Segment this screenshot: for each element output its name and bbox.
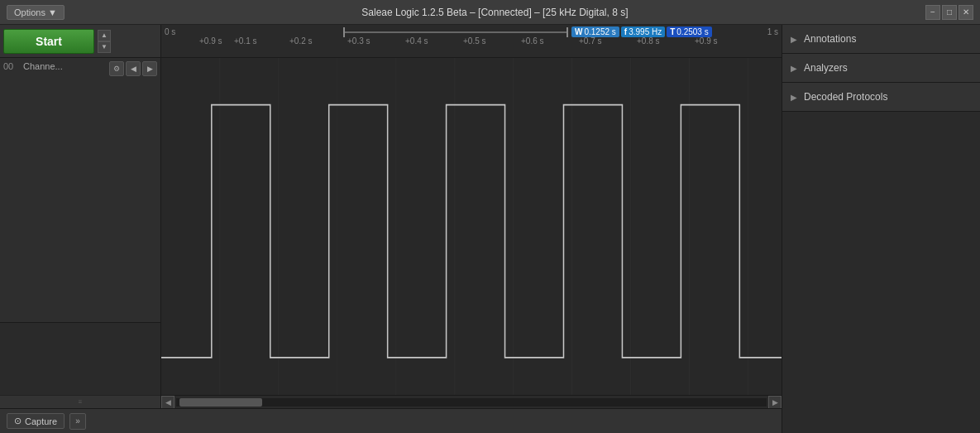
ruler-tick-4: +0.4 s	[405, 36, 428, 46]
capture-label: Capture	[25, 416, 57, 426]
channel-number: 00	[3, 61, 20, 71]
analyzers-arrow: ▶	[791, 64, 799, 73]
right-panel: ▶ Annotations ▶ Analyzers ▶ Decoded Prot…	[782, 25, 980, 433]
ruler-tick-7: +0.7 s	[579, 36, 602, 46]
measure-line	[345, 31, 568, 33]
ruler-tick-9: +0.9 s	[695, 36, 718, 46]
analyzers-title: Analyzers	[804, 62, 848, 74]
measurement-overlay: W 0.1252 s f 3.995 Hz T 0.2503 s	[343, 26, 712, 37]
start-button[interactable]: Start	[3, 29, 94, 54]
ruler-end: 1 s	[767, 27, 778, 36]
maximize-button[interactable]: □	[942, 5, 957, 20]
window-controls: − □ ✕	[925, 5, 973, 20]
scroll-thumb[interactable]	[179, 398, 262, 407]
bottom-bar: ⊙ Capture »	[0, 408, 782, 433]
period-icon: T	[670, 27, 675, 36]
next-icon[interactable]: ▶	[142, 61, 157, 76]
ruler-tick-5: +0.5 s	[463, 36, 486, 46]
title-bar: Options ▼ Saleae Logic 1.2.5 Beta – [Con…	[0, 0, 980, 25]
gear-icon[interactable]: ⚙	[109, 61, 124, 76]
scroll-down-button[interactable]: ▼	[98, 41, 111, 53]
capture-icon: ⊙	[14, 416, 22, 426]
left-panel: Start ▲ ▼ 00 Channe... ⚙ ◀ ▶	[0, 25, 782, 433]
options-label: Options	[14, 7, 45, 17]
timeline-area: Start ▲ ▼ 00 Channe... ⚙ ◀ ▶	[0, 25, 782, 408]
channel-header: Start ▲ ▼	[0, 25, 160, 58]
decoded-protocols-arrow: ▶	[791, 93, 799, 102]
ruler-tick-8: +0.8 s	[637, 36, 660, 46]
waveform-svg	[161, 58, 782, 395]
resize-handle[interactable]: ≡	[0, 395, 160, 408]
width-badge: W 0.1252 s	[571, 26, 619, 37]
analyzers-section: ▶ Analyzers	[782, 54, 980, 83]
scroll-left-button[interactable]: ◀	[161, 396, 174, 409]
capture-button[interactable]: ⊙ Capture	[7, 413, 65, 429]
main-area: Start ▲ ▼ 00 Channe... ⚙ ◀ ▶	[0, 25, 980, 433]
window-title: Saleae Logic 1.2.5 Beta – [Connected] – …	[65, 7, 925, 18]
options-button[interactable]: Options ▼	[7, 5, 65, 20]
ruler-tick-2: +0.2 s	[289, 36, 313, 46]
prev-icon[interactable]: ◀	[126, 61, 141, 76]
decoded-protocols-title: Decoded Protocols	[804, 91, 887, 103]
annotations-title: Annotations	[804, 33, 856, 45]
measure-badges: W 0.1252 s f 3.995 Hz T 0.2503 s	[571, 26, 712, 37]
scroll-right-button[interactable]: ▶	[768, 396, 782, 409]
width-value: 0.1252 s	[584, 27, 615, 36]
ruler-tick-3: +0.3 s	[347, 36, 370, 46]
analyzers-header[interactable]: ▶ Analyzers	[782, 54, 980, 82]
channel-row: 00 Channe... ⚙ ◀ ▶	[0, 58, 160, 323]
period-value: 0.2503 s	[676, 27, 708, 36]
close-button[interactable]: ✕	[958, 5, 973, 20]
decoded-protocols-section: ▶ Decoded Protocols	[782, 83, 980, 112]
horizontal-scrollbar[interactable]: ◀ ▶	[161, 395, 782, 408]
freq-icon: f	[624, 27, 627, 36]
freq-value: 3.995 Hz	[629, 27, 662, 36]
svg-rect-0	[161, 58, 782, 395]
channel-name: Channe...	[23, 61, 106, 71]
channel-actions: ⚙ ◀ ▶	[109, 61, 157, 76]
scroll-track[interactable]	[176, 398, 767, 407]
ruler-start: 0 s	[165, 27, 175, 36]
period-badge: T 0.2503 s	[667, 26, 711, 37]
scroll-up-button[interactable]: ▲	[98, 30, 111, 41]
measure-right-handle	[566, 27, 568, 37]
channel-scroll-buttons: ▲ ▼	[98, 30, 111, 53]
annotations-section: ▶ Annotations	[782, 25, 980, 54]
ruler-tick-6: +0.6 s	[521, 36, 544, 46]
annotations-arrow: ▶	[791, 35, 799, 44]
waveform-canvas[interactable]	[161, 58, 782, 395]
options-arrow: ▼	[48, 7, 57, 17]
annotations-header[interactable]: ▶ Annotations	[782, 25, 980, 53]
width-icon: W	[575, 27, 582, 36]
decoded-protocols-header[interactable]: ▶ Decoded Protocols	[782, 83, 980, 111]
ruler-tick-1: +0.1 s	[234, 36, 257, 46]
right-panel-empty	[782, 112, 980, 433]
waveform-area: 0 s 1 s +0.9 s +0.1 s +0.2 s +0.3 s +0.4…	[161, 25, 782, 408]
ruler-tick-0: +0.9 s	[199, 36, 222, 46]
minimize-button[interactable]: −	[925, 5, 940, 20]
time-ruler: 0 s 1 s +0.9 s +0.1 s +0.2 s +0.3 s +0.4…	[161, 25, 782, 58]
channel-labels: Start ▲ ▼ 00 Channe... ⚙ ◀ ▶	[0, 25, 161, 408]
expand-button[interactable]: »	[69, 413, 86, 430]
freq-badge: f 3.995 Hz	[621, 26, 665, 37]
